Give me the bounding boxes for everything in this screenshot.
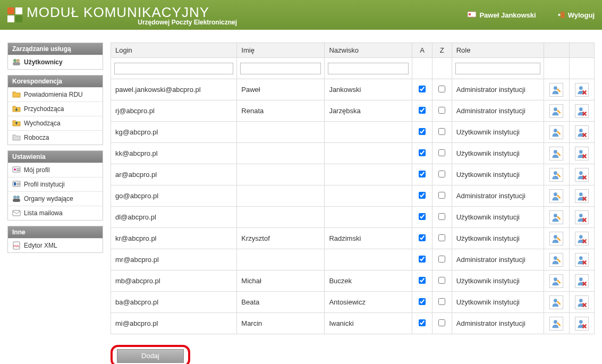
sidebar-item[interactable]: Organy wydające	[8, 191, 103, 206]
checkbox-a[interactable]	[419, 107, 426, 114]
header-user[interactable]: Paweł Jankowski	[468, 11, 536, 19]
sidebar-item[interactable]: Robocza	[8, 130, 103, 145]
cell-a	[412, 185, 432, 207]
sidebar-item[interactable]: Wychodząca	[8, 116, 103, 130]
checkbox-z[interactable]	[438, 298, 445, 305]
cell-z	[432, 228, 452, 249]
cell-login: mi@abcpro.pl	[111, 313, 237, 334]
th-login[interactable]: Login	[111, 43, 237, 58]
checkbox-z[interactable]	[438, 213, 445, 220]
filter-role[interactable]	[455, 63, 540, 74]
checkbox-a[interactable]	[419, 213, 426, 220]
edit-user-button[interactable]	[549, 232, 563, 246]
cell-edit	[544, 143, 569, 164]
checkbox-z[interactable]	[438, 128, 445, 135]
checkbox-a[interactable]	[419, 256, 426, 263]
delete-user-button[interactable]	[575, 295, 589, 309]
add-button[interactable]: Dodaj	[117, 349, 184, 363]
sidebar-item[interactable]: Użytkownicy	[8, 55, 103, 69]
sidebar-item[interactable]: Lista mailowa	[8, 206, 103, 220]
checkbox-z[interactable]	[438, 107, 445, 114]
cell-edit	[544, 164, 569, 185]
sidebar-item[interactable]: Profil instytucji	[8, 177, 103, 191]
cell-z	[432, 164, 452, 185]
checkbox-z[interactable]	[438, 86, 445, 92]
checkbox-z[interactable]	[438, 192, 445, 199]
delete-user-button[interactable]	[575, 104, 589, 118]
cell-edit	[544, 100, 569, 122]
profile-icon	[12, 166, 21, 174]
cell-edit	[544, 270, 569, 292]
filter-imie[interactable]	[240, 63, 321, 74]
checkbox-a[interactable]	[419, 234, 426, 241]
checkbox-a[interactable]	[419, 298, 426, 305]
edit-user-button[interactable]	[549, 189, 563, 203]
delete-user-button[interactable]	[575, 317, 589, 331]
edit-user-button[interactable]	[549, 295, 563, 309]
cell-role: Użytkownik instytucji	[452, 292, 544, 313]
sidebar-item[interactable]: Edytor XML	[8, 238, 103, 252]
checkbox-a[interactable]	[419, 86, 426, 92]
checkbox-a[interactable]	[419, 277, 426, 284]
checkbox-a[interactable]	[419, 192, 426, 199]
checkbox-z[interactable]	[438, 171, 445, 177]
sidebar-item[interactable]: Powiadomienia RDU	[8, 87, 103, 101]
delete-user-button[interactable]	[575, 232, 589, 246]
cell-a	[412, 207, 432, 228]
checkbox-a[interactable]	[419, 319, 426, 326]
edit-user-button[interactable]	[549, 104, 563, 118]
cell-role: Użytkownik instytucji	[452, 143, 544, 164]
checkbox-z[interactable]	[438, 277, 445, 284]
checkbox-z[interactable]	[438, 256, 445, 263]
checkbox-a[interactable]	[419, 171, 426, 177]
checkbox-z[interactable]	[438, 319, 445, 326]
filter-nazwisko[interactable]	[328, 63, 409, 74]
th-nazwisko[interactable]: Nazwisko	[325, 43, 412, 58]
sidebar-item-label: Powiadomienia RDU	[24, 91, 83, 98]
edit-user-button[interactable]	[549, 274, 563, 288]
cell-nazwisko: Jarzębska	[325, 100, 412, 122]
checkbox-z[interactable]	[438, 149, 445, 156]
edit-user-button[interactable]	[549, 125, 563, 139]
table-row: mb@abcpro.plMichałBuczekUżytkownik insty…	[111, 270, 595, 292]
cell-imie	[237, 249, 325, 270]
delete-user-button[interactable]	[575, 189, 589, 203]
sidebar-item[interactable]: Mój profil	[8, 163, 103, 177]
cell-z	[432, 207, 452, 228]
cell-role: Użytkownik instytucji	[452, 228, 544, 249]
th-a[interactable]: A	[412, 43, 432, 58]
checkbox-a[interactable]	[419, 128, 426, 135]
edit-user-button[interactable]	[549, 253, 563, 267]
delete-user-button[interactable]	[575, 168, 589, 182]
th-z[interactable]: Z	[432, 43, 452, 58]
user-edit-icon	[551, 276, 562, 286]
table-row: mi@abcpro.plMarcinIwanickiAdministrator …	[111, 313, 595, 334]
edit-user-button[interactable]	[549, 210, 563, 224]
filter-login[interactable]	[114, 63, 233, 74]
logout-link[interactable]: Wyloguj	[557, 11, 595, 19]
delete-user-button[interactable]	[575, 253, 589, 267]
user-edit-icon	[551, 212, 562, 223]
cell-nazwisko	[325, 207, 412, 228]
delete-user-button[interactable]	[575, 125, 589, 139]
delete-user-button[interactable]	[575, 83, 589, 97]
cell-role: Administrator instytucji	[452, 185, 544, 207]
cell-delete	[569, 207, 594, 228]
th-role[interactable]: Role	[452, 43, 544, 58]
delete-user-button[interactable]	[575, 210, 589, 224]
edit-user-button[interactable]	[549, 168, 563, 182]
checkbox-a[interactable]	[419, 149, 426, 156]
table-row: kk@abcpro.plUżytkownik instytucji	[111, 143, 595, 164]
delete-user-button[interactable]	[575, 147, 589, 160]
delete-user-button[interactable]	[575, 274, 589, 288]
sidebar-item[interactable]: Przychodząca	[8, 101, 103, 116]
folder-draft-icon	[12, 133, 21, 142]
th-imie[interactable]: Imię	[237, 43, 325, 58]
cell-imie	[237, 143, 325, 164]
cell-nazwisko	[325, 185, 412, 207]
checkbox-z[interactable]	[438, 234, 445, 241]
cell-a	[412, 122, 432, 143]
edit-user-button[interactable]	[549, 147, 563, 160]
edit-user-button[interactable]	[549, 83, 563, 97]
edit-user-button[interactable]	[549, 317, 563, 331]
